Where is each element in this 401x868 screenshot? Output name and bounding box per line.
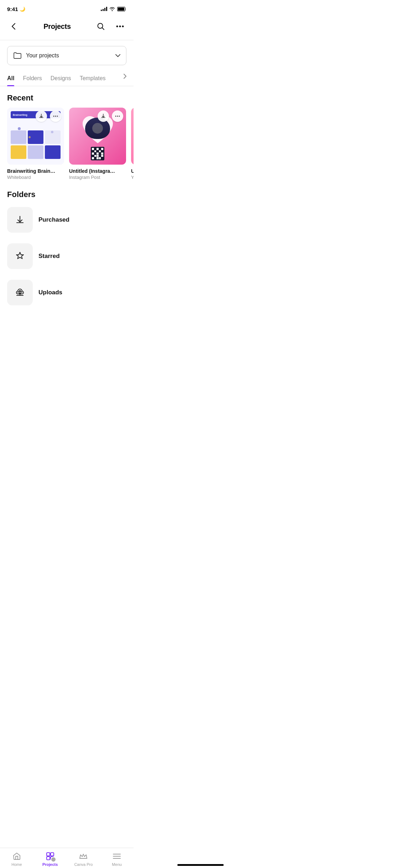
card-title: Untitl (131, 168, 134, 174)
folder-name-purchased: Purchased (38, 216, 69, 223)
search-button[interactable] (94, 20, 107, 33)
tab-designs[interactable]: Designs (51, 71, 71, 86)
recent-card-brainwriting[interactable]: Brainwriting (7, 108, 64, 180)
moon-icon: 🌙 (20, 6, 25, 12)
recent-items-list: Brainwriting (0, 108, 134, 183)
recent-section-title: Recent (0, 86, 134, 108)
upload-icon (15, 288, 25, 298)
card-title: Brainwriting Brain… (7, 168, 64, 174)
more-icon (116, 25, 124, 27)
svg-point-7 (55, 116, 56, 117)
wifi-icon (109, 7, 115, 11)
status-icons (101, 7, 126, 11)
back-button[interactable] (7, 20, 20, 33)
svg-point-3 (116, 26, 118, 27)
tab-all[interactable]: All (7, 71, 14, 86)
tabs-row: All Folders Designs Templates (0, 71, 134, 86)
folder-icon-uploads (7, 280, 33, 305)
folder-item-purchased[interactable]: Purchased (7, 204, 126, 236)
svg-rect-1 (118, 7, 124, 11)
folder-name-uploads: Uploads (38, 289, 62, 296)
svg-point-11 (119, 116, 120, 117)
selector-label: Your projects (26, 52, 111, 59)
tab-templates[interactable]: Templates (80, 71, 106, 86)
card-more-button[interactable] (50, 110, 61, 122)
page-content: Your projects All Folders Designs Templa… (0, 46, 134, 340)
card-title: Untitled (Instagra… (69, 168, 126, 174)
recent-card-instagram[interactable]: Untitled (Instagra… Instagram Post (69, 108, 126, 180)
battery-icon (117, 7, 126, 11)
folder-name-starred: Starred (38, 253, 60, 260)
folder-icon (13, 51, 22, 60)
download-icon (15, 215, 25, 225)
status-time: 9:41 (7, 6, 18, 12)
nav-actions (94, 20, 126, 33)
card-subtitle: Whiteboard (7, 175, 64, 180)
card-thumbnail (131, 108, 134, 165)
card-thumbnail: Brainwriting (7, 108, 64, 165)
folders-list: Purchased Starred (0, 204, 134, 308)
tab-folders[interactable]: Folders (23, 71, 42, 86)
more-button[interactable] (114, 20, 126, 33)
search-icon (97, 22, 105, 30)
tabs-chevron-icon[interactable] (124, 74, 126, 83)
card-more-button[interactable] (112, 110, 123, 122)
download-button[interactable] (98, 110, 109, 122)
project-selector[interactable]: Your projects (7, 46, 126, 65)
card-actions (98, 110, 123, 122)
card-thumbnail (69, 108, 126, 165)
status-bar: 9:41 🌙 (0, 0, 134, 16)
svg-point-9 (115, 116, 116, 117)
folder-item-uploads[interactable]: Uploads (7, 277, 126, 308)
folder-item-starred[interactable]: Starred (7, 241, 126, 272)
star-icon (15, 251, 25, 261)
card-actions (36, 110, 61, 122)
download-button[interactable] (36, 110, 47, 122)
folder-icon-purchased (7, 207, 33, 233)
card-subtitle: Your St (131, 175, 134, 180)
svg-point-5 (122, 26, 124, 27)
signal-icon (101, 7, 107, 11)
folders-section-title: Folders (0, 183, 134, 204)
chevron-down-icon (115, 54, 120, 57)
header-divider (0, 40, 134, 40)
page-title: Projects (43, 22, 71, 31)
svg-point-4 (119, 26, 121, 27)
svg-point-8 (57, 116, 58, 117)
svg-point-6 (53, 116, 54, 117)
qr-code (91, 147, 104, 160)
recent-card-story[interactable]: Untitl Your St (131, 108, 134, 180)
card-subtitle: Instagram Post (69, 175, 126, 180)
svg-point-10 (117, 116, 118, 117)
nav-header: Projects (0, 16, 134, 37)
folder-icon-starred (7, 243, 33, 269)
